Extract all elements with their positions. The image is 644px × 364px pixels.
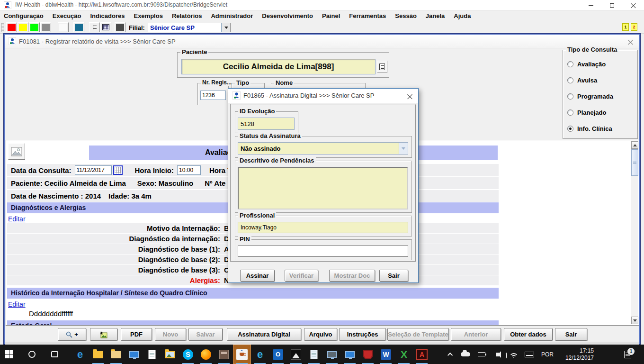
tray-keyboard[interactable]: [522, 345, 537, 364]
calendar-button[interactable]: [113, 165, 123, 175]
zoom-button[interactable]: +: [58, 328, 86, 341]
verificar-button[interactable]: Verificar: [285, 270, 318, 282]
taskbar-word[interactable]: W: [377, 345, 395, 364]
nr-registro-input[interactable]: [200, 91, 226, 100]
filial-dropdown-button[interactable]: [222, 23, 231, 32]
taskbar-package[interactable]: [215, 345, 233, 364]
dialog-close-button[interactable]: [405, 92, 414, 100]
menu-configuracao[interactable]: Configuração: [4, 12, 44, 19]
calculator-button[interactable]: [100, 22, 111, 32]
task-view-button[interactable]: [45, 345, 63, 364]
instrucoes-button[interactable]: Instruções: [339, 328, 386, 341]
quick-button-1[interactable]: 1: [622, 23, 629, 31]
toolbar-grip[interactable]: [1, 23, 4, 32]
menu-relatorios[interactable]: Relatórios: [172, 12, 202, 19]
taskbar-java-active[interactable]: [233, 345, 251, 364]
menu-ajuda[interactable]: Ajuda: [454, 12, 471, 19]
notification-center-button[interactable]: 1: [624, 345, 631, 364]
radio-planejado[interactable]: Planejado: [567, 109, 606, 116]
novo-button[interactable]: Novo: [155, 328, 186, 341]
tray-wifi[interactable]: [507, 345, 521, 364]
filial-combobox[interactable]: Sênior Care SP: [148, 23, 222, 32]
quick-button-2[interactable]: 2: [631, 23, 637, 31]
status-combobox[interactable]: Não assinado: [238, 142, 408, 155]
taskbar-edge[interactable]: e: [71, 345, 89, 364]
menu-painel[interactable]: Painel: [322, 12, 340, 19]
taskbar-visual-studio[interactable]: X: [395, 345, 413, 364]
insert-image-button[interactable]: [8, 143, 25, 160]
maximize-button[interactable]: [601, 0, 623, 10]
taskbar-file-explorer[interactable]: [89, 345, 107, 364]
scroll-up-button[interactable]: [631, 141, 638, 149]
taskbar-remote-desktop[interactable]: [341, 345, 359, 364]
historico-edit-link[interactable]: Editar: [8, 300, 26, 309]
mostrar-doc-button[interactable]: Mostrar Doc: [329, 270, 375, 282]
radio-programada[interactable]: Programada: [567, 93, 613, 100]
radio-info-clinica[interactable]: Info. Clínica: [567, 125, 612, 132]
taskbar-documents[interactable]: [107, 345, 125, 364]
menu-sessao[interactable]: Sessão: [395, 12, 417, 19]
taskbar-resource-monitor[interactable]: [323, 345, 341, 364]
arquivo-button[interactable]: Arquivo: [304, 328, 337, 341]
taskbar-outlook[interactable]: O: [269, 345, 287, 364]
green-square-button[interactable]: [29, 22, 40, 32]
taskbar-report-doc[interactable]: [143, 345, 161, 364]
tray-language[interactable]: POR: [539, 345, 556, 364]
tray-battery[interactable]: [474, 345, 489, 364]
vertical-scrollbar[interactable]: [631, 141, 638, 324]
taskbar-pictures[interactable]: [161, 345, 179, 364]
status-dropdown-button[interactable]: [399, 142, 408, 155]
salvar-button[interactable]: Salvar: [188, 328, 223, 341]
obter-dados-button[interactable]: Obter dados: [504, 328, 553, 341]
minimize-button[interactable]: [580, 0, 601, 10]
anterior-button[interactable]: Anterior: [451, 328, 501, 341]
radio-avulsa[interactable]: Avulsa: [567, 77, 597, 84]
image-button[interactable]: [90, 328, 117, 341]
scroll-down-button[interactable]: [631, 317, 638, 324]
red-square-button[interactable]: [6, 22, 17, 32]
tray-volume[interactable]: [490, 345, 506, 364]
menu-ferramentas[interactable]: Ferramentas: [349, 12, 386, 19]
pdf-button[interactable]: PDF: [121, 328, 152, 341]
tray-chevron-button[interactable]: [444, 345, 457, 364]
tray-clock[interactable]: 17:15 12/12/2017: [558, 345, 594, 364]
taskbar-computer[interactable]: [125, 345, 143, 364]
close-button[interactable]: [623, 0, 644, 10]
dialog-sair-button[interactable]: Sair: [379, 270, 408, 282]
assinatura-digital-button[interactable]: Assinatura Digital: [227, 328, 301, 341]
white-square-button[interactable]: [58, 22, 69, 32]
menu-exemplos[interactable]: Exemplos: [134, 12, 162, 19]
dark-square-button[interactable]: [115, 22, 125, 32]
taskbar-internet-explorer[interactable]: e: [251, 345, 269, 364]
hora-inicio-input[interactable]: [177, 165, 201, 175]
tray-onedrive[interactable]: [458, 345, 473, 364]
start-button[interactable]: [0, 345, 18, 364]
mdi-close-button[interactable]: [624, 36, 636, 47]
taskbar-skype[interactable]: S: [179, 345, 197, 364]
taskbar-notepad[interactable]: [305, 345, 323, 364]
taskbar-firefox[interactable]: [197, 345, 215, 364]
assinar-button[interactable]: Assinar: [240, 270, 275, 282]
pendencias-textarea[interactable]: [238, 167, 408, 209]
menu-desenvolvimento[interactable]: Desenvolvimento: [262, 12, 313, 19]
taskbar-acrobat[interactable]: A: [413, 345, 431, 364]
menu-indicadores[interactable]: Indicadores: [90, 12, 125, 19]
data-consulta-input[interactable]: [75, 165, 112, 175]
paciente-lookup-button[interactable]: [377, 61, 387, 73]
taskbar-security-shield[interactable]: [359, 345, 377, 364]
menu-janela[interactable]: Janela: [426, 12, 445, 19]
gray-square-button[interactable]: [40, 22, 51, 32]
diagnosticos-edit-link[interactable]: Editar: [8, 215, 26, 223]
paciente-name-field[interactable]: Cecilio Almeida de Lima[898]: [181, 59, 376, 74]
tree-view-button[interactable]: [89, 22, 100, 32]
yellow-square-button[interactable]: [18, 22, 28, 32]
teal-square-button[interactable]: [73, 22, 84, 32]
taskbar-photos[interactable]: [287, 345, 305, 364]
scrollbar-thumb[interactable]: [631, 149, 638, 176]
radio-avaliacao[interactable]: Avaliação: [567, 61, 606, 68]
menu-administrador[interactable]: Administrador: [211, 12, 253, 19]
sair-button[interactable]: Sair: [555, 328, 587, 341]
pin-input[interactable]: [238, 246, 408, 257]
menu-execucao[interactable]: Execução: [53, 12, 81, 19]
cortana-button[interactable]: [23, 345, 41, 364]
